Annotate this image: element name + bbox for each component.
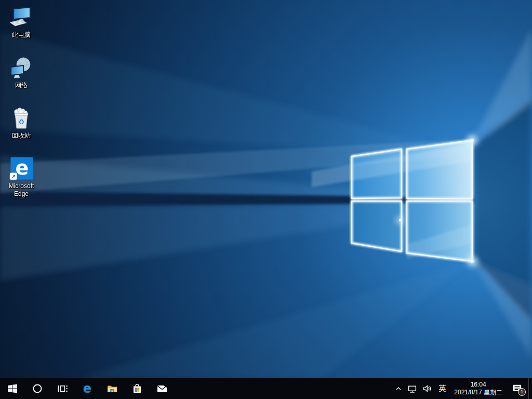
- desktop-area[interactable]: 此电脑 网络: [0, 0, 532, 378]
- clock-date: 2021/8/17 星期二: [454, 389, 502, 396]
- system-tray: 英 16:04 2021/8/17 星期二 1: [392, 378, 532, 399]
- show-desktop-button[interactable]: [528, 378, 532, 399]
- taskbar: e: [0, 378, 532, 399]
- clock-time: 16:04: [471, 381, 486, 389]
- hidden-icons-button[interactable]: [392, 378, 405, 399]
- desktop-icon-recycle-bin[interactable]: ♻ 回收站: [1, 104, 42, 154]
- file-explorer-button[interactable]: [100, 378, 125, 399]
- desktop-icon-microsoft-edge[interactable]: e ↗ Microsoft Edge: [1, 154, 42, 205]
- windows-logo-icon: [6, 382, 19, 395]
- speaker-icon: [422, 384, 432, 393]
- cortana-search-button[interactable]: [25, 378, 50, 399]
- mail-button[interactable]: [150, 378, 175, 399]
- volume-tray-button[interactable]: [420, 378, 434, 399]
- microsoft-store-button[interactable]: [125, 378, 150, 399]
- svg-text:e: e: [83, 382, 91, 395]
- desktop-icon-label: Microsoft Edge: [2, 182, 41, 198]
- microsoft-edge-icon: e ↗: [9, 156, 34, 181]
- input-method-indicator[interactable]: 英: [434, 378, 450, 399]
- edge-taskbar-button[interactable]: e: [75, 378, 100, 399]
- edge-e-icon: e: [81, 382, 94, 395]
- shortcut-arrow-icon: ↗: [11, 174, 16, 180]
- folder-icon: [106, 382, 118, 395]
- desktop-icon-label: 回收站: [12, 132, 31, 140]
- recycle-glyph: ♻: [18, 118, 24, 126]
- store-bag-icon: [131, 382, 143, 395]
- windows-hero-wallpaper: [0, 0, 532, 378]
- action-center-button[interactable]: 1: [507, 378, 528, 399]
- recycle-bin-icon: ♻: [9, 106, 34, 131]
- desktop-icon-network[interactable]: 网络: [1, 54, 42, 104]
- task-view-button[interactable]: [50, 378, 75, 399]
- windows-desktop: 此电脑 网络: [0, 0, 532, 399]
- chevron-up-icon: [395, 385, 402, 392]
- network-ethernet-icon: [407, 384, 417, 394]
- task-view-icon: [56, 382, 69, 395]
- desktop-icon-list: 此电脑 网络: [1, 3, 42, 205]
- clock[interactable]: 16:04 2021/8/17 星期二: [450, 378, 507, 399]
- edge-e-glyph: e: [16, 156, 29, 179]
- notification-badge: 1: [518, 388, 526, 396]
- search-circle-icon: [31, 382, 44, 395]
- envelope-icon: [156, 382, 168, 395]
- network-tray-button[interactable]: [405, 378, 420, 399]
- start-button[interactable]: [0, 378, 25, 399]
- desktop-icon-label: 此电脑: [12, 31, 31, 39]
- desktop-icon-label: 网络: [15, 82, 28, 89]
- desktop-icon-this-pc[interactable]: 此电脑: [1, 3, 42, 54]
- network-icon: [9, 56, 34, 81]
- this-pc-icon: [9, 5, 34, 30]
